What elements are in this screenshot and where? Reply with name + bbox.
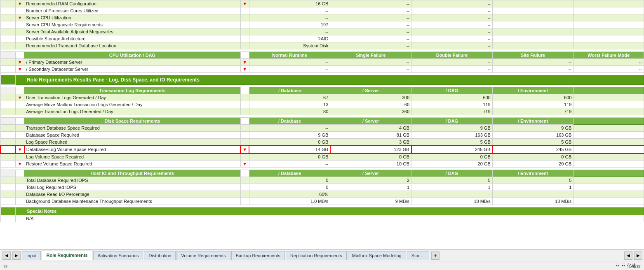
row-num [0, 42, 16, 49]
special-notes-title: Special Notes [24, 207, 644, 215]
status-icon-grid2: ☷ [621, 263, 625, 268]
cpu-dag-section-title: CPU Utilization / DAG [24, 52, 241, 59]
row-label: Server CPU Megacycle Requirements [24, 21, 241, 28]
tab-activation-scenarios[interactable]: Activation Scenarios [93, 251, 143, 260]
host-io-header-row: Host IO and Throughput Requirements / Da… [0, 170, 644, 177]
row-num [0, 75, 16, 85]
row-value [573, 94, 644, 101]
row-num [0, 52, 16, 59]
arrow-cell [240, 7, 249, 14]
tab-scroll-end-left[interactable]: ◀ [624, 251, 632, 260]
row-value: 600 [411, 94, 493, 101]
row-value: -- [411, 66, 493, 73]
row-value: 5 GB [492, 139, 573, 146]
tab-input[interactable]: Input [22, 251, 41, 260]
row-value: 1.0 MB/s [249, 198, 330, 205]
row-num [0, 170, 16, 177]
status-right: ☷ ☷ 亿速云 [616, 263, 641, 269]
arrow-cell [240, 101, 249, 108]
col-header-db: / Database [249, 87, 330, 94]
table-row: Background Database Maintenance Throughp… [0, 198, 644, 205]
row-num [0, 153, 16, 161]
role-req-title: Role Requirements Results Pane - Log, Di… [24, 75, 644, 85]
arrow-cell [240, 170, 249, 177]
row-num [0, 7, 16, 14]
col-header-server: / Server [330, 170, 411, 177]
row-label: Total Database Required IOPS [24, 177, 241, 184]
table-row: ▼ / Secondary Datacenter Server ▼ -- -- … [0, 66, 644, 73]
row-value: -- [249, 66, 330, 73]
arrow-cell [16, 35, 24, 42]
row-value [492, 7, 573, 14]
tab-scroll-right-btn[interactable]: ▶ [12, 251, 21, 260]
row-value: -- [411, 0, 493, 7]
tab-distribution[interactable]: Distribution [144, 251, 176, 260]
row-label: Server CPU Utilization [24, 14, 241, 21]
row-value [492, 28, 573, 35]
row-value: 80 [249, 108, 330, 115]
table-row: Total Log Required IOPS 0 1 1 1 [0, 184, 644, 191]
row-num [0, 177, 16, 184]
col-header-env: / Environment [492, 87, 573, 94]
row-num [0, 108, 16, 115]
arrow-cell [16, 75, 24, 85]
row-value: -- [411, 35, 493, 42]
arrow-cell [16, 87, 24, 94]
row-value [573, 177, 644, 184]
row-value [573, 125, 644, 132]
row-value: 163 GB [411, 132, 493, 139]
tab-role-requirements[interactable]: Role Requirements [42, 251, 92, 260]
arrow-cell [16, 118, 24, 125]
add-tab-btn[interactable]: + [431, 251, 440, 260]
row-label: Database Read I/O Percentage [24, 191, 241, 198]
special-notes-row: N/A [0, 215, 644, 222]
arrow-cell [16, 177, 24, 184]
row-value: 18 MB/s [492, 198, 573, 205]
tab-scroll-end-right[interactable]: ▶ [634, 251, 642, 260]
row-value: 16 GB [249, 0, 330, 7]
arrow-cell [16, 125, 24, 132]
row-num [0, 101, 16, 108]
status-icon-grid: ☷ [616, 263, 620, 268]
arrow-cell: ▼ [240, 0, 249, 7]
row-num [0, 59, 16, 66]
table-row: ▼ / Primary Datacenter Server ▼ -- -- --… [0, 59, 644, 66]
tab-replication-requirements[interactable]: Replication Requirements [286, 251, 347, 260]
tab-mailbox-space-modeling[interactable]: Mailbox Space Modeling [348, 251, 406, 260]
row-value: 20 GB [411, 161, 493, 168]
arrow-cell [240, 191, 249, 198]
col-header-server: / Server [330, 118, 411, 125]
row-label: Transport Database Space Required [24, 125, 241, 132]
row-value: -- [249, 161, 330, 168]
tab-scroll-left-btn[interactable]: ◀ [2, 251, 11, 260]
row-value: 0 [249, 184, 330, 191]
row-value: -- [411, 28, 493, 35]
row-value: 81 GB [330, 132, 411, 139]
row-num [0, 21, 16, 28]
row-label: Recommended Transport Database Location [24, 42, 241, 49]
arrow-cell [16, 170, 24, 177]
row-value: 10 GB [330, 161, 411, 168]
tab-backup-requirements[interactable]: Backup Requirements [231, 251, 285, 260]
tab-stor[interactable]: Stor ... [407, 251, 429, 260]
col-header-db: / Database [249, 118, 330, 125]
main-content: ▼ Recommended RAM Configuration ▼ 16 GB … [0, 0, 644, 249]
row-num [0, 125, 16, 132]
row-value: -- [249, 7, 330, 14]
row-value: 119 [492, 101, 573, 108]
col-header-server: / Server [330, 87, 411, 94]
row-value: -- [411, 14, 493, 21]
row-value [573, 14, 644, 21]
arrow-cell [16, 7, 24, 14]
row-value: 0 GB [411, 153, 493, 161]
arrow-cell [16, 191, 24, 198]
row-value [573, 191, 644, 198]
row-value [573, 132, 644, 139]
arrow-cell: ▼ [240, 161, 249, 168]
table-row: ▼ Recommended RAM Configuration ▼ 16 GB … [0, 0, 644, 7]
row-value: -- [492, 66, 573, 73]
row-value: -- [330, 0, 411, 7]
tab-volume-requirements[interactable]: Volume Requirements [176, 251, 230, 260]
arrow-cell [240, 94, 249, 101]
row-value: 719 [411, 108, 493, 115]
